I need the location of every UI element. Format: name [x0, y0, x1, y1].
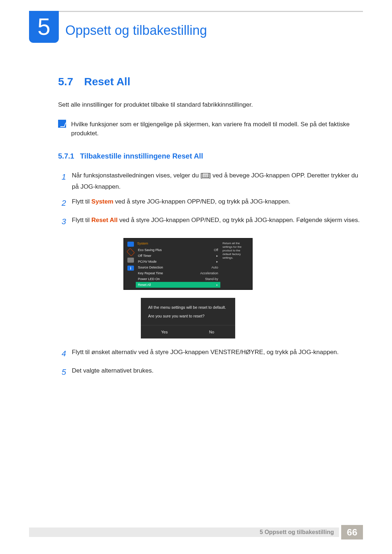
step-text: ved å styre JOG-knappen OPP/NED, og tryk…	[113, 198, 290, 205]
osd-nav-icons: i	[126, 240, 136, 288]
osd-row-value: ▸	[216, 283, 218, 287]
step-2: 2 Flytt til System ved å styre JOG-knapp…	[58, 196, 363, 211]
section-heading: 5.7 Reset All	[58, 75, 363, 88]
section-number: 5.7	[58, 75, 73, 88]
step-3: 3 Flytt til Reset All ved å styre JOG-kn…	[58, 214, 363, 229]
step-text: Flytt til	[72, 217, 91, 223]
chapter-title: Oppsett og tilbakestilling	[65, 12, 207, 38]
move-icon	[127, 248, 135, 256]
osd-menu-row: Power LED OnStand-by	[136, 276, 220, 282]
page-footer: 5 Oppsett og tilbakestilling 66	[29, 525, 363, 539]
info-icon: i	[127, 266, 134, 271]
dialog-yes-button[interactable]: Yes	[141, 325, 188, 339]
osd-caption: System	[136, 240, 220, 247]
subsection-number: 5.7.1	[58, 152, 74, 160]
subsection-title: Tilbakestille innstillingene Reset All	[80, 152, 203, 160]
osd-row-label: PC/AV Mode	[138, 260, 156, 263]
step-text: Når funksjonstastveiledningen vises, vel…	[72, 172, 202, 179]
osd-menu-row: PC/AV Mode▸	[136, 259, 220, 264]
section-title: Reset All	[84, 75, 130, 88]
step-number: 1	[58, 170, 66, 185]
step-4: 4 Flytt til ønsket alternativ ved å styr…	[58, 346, 363, 361]
osd-menu-row: Reset All▸	[136, 282, 220, 288]
menu-icon: ▯▯▯	[202, 173, 209, 178]
osd-screenshot: i System Eco Saving PlusOffOff Timer▸PC/…	[123, 238, 253, 290]
osd-row-label: Source Detection	[138, 266, 163, 269]
osd-row-value: Off	[214, 248, 218, 252]
osd-row-label: Reset All	[138, 283, 151, 287]
monitor-icon	[127, 242, 134, 247]
step-number: 5	[58, 365, 66, 380]
osd-menu-row: Source DetectionAuto	[136, 264, 220, 270]
step-text: Flytt til	[72, 198, 91, 205]
step-text: Det valgte alternativet brukes.	[72, 365, 363, 376]
confirm-dialog: All the menu settings will be reset to d…	[141, 298, 235, 339]
intro-text: Sett alle innstillinger for produktet ti…	[58, 100, 363, 110]
chapter-number-badge: 5	[29, 11, 59, 43]
step-5: 5 Det valgte alternativet brukes.	[58, 365, 363, 380]
step-text: Flytt til ønsket alternativ ved å styre …	[72, 346, 363, 358]
osd-row-value: ▸	[216, 260, 218, 263]
osd-row-value: Acceleration	[200, 271, 218, 275]
note-text: Hvilke funksjoner som er tilgjengelige p…	[71, 120, 363, 138]
page-number: 66	[341, 525, 363, 539]
strong-text: Reset All	[91, 217, 118, 223]
chapter-header: 5 Oppsett og tilbakestilling	[29, 11, 363, 43]
step-number: 3	[58, 214, 66, 229]
osd-help-text: Return all the settings for the product …	[220, 240, 250, 288]
dialog-text-1: All the menu settings will be reset to d…	[148, 304, 228, 311]
note-icon	[58, 120, 66, 128]
footer-label: 5 Oppsett og tilbakestilling	[260, 529, 334, 535]
osd-row-label: Power LED On	[138, 277, 160, 281]
step-number: 4	[58, 346, 66, 361]
step-text: ved å styre JOG-knappen OPP/NED, og tryk…	[118, 217, 360, 223]
step-1: 1 Når funksjonstastveiledningen vises, v…	[58, 170, 363, 193]
step-number: 2	[58, 196, 66, 211]
osd-row-value: ▸	[216, 254, 218, 258]
subsection-heading: 5.7.1 Tilbakestille innstillingene Reset…	[58, 152, 363, 160]
osd-row-label: Eco Saving Plus	[138, 248, 162, 252]
gear-icon	[127, 258, 134, 263]
strong-text: System	[91, 198, 113, 205]
osd-menu-row: Eco Saving PlusOff	[136, 247, 220, 253]
osd-row-value: Stand-by	[205, 277, 218, 281]
note-block: Hvilke funksjoner som er tilgjengelige p…	[58, 120, 363, 138]
osd-row-label: Off Timer	[138, 254, 151, 258]
dialog-no-button[interactable]: No	[188, 325, 235, 339]
osd-row-value: Auto	[211, 266, 218, 269]
osd-menu-row: Key Repeat TimeAcceleration	[136, 270, 220, 276]
osd-menu-row: Off Timer▸	[136, 253, 220, 259]
dialog-text-2: Are you sure you want to reset?	[148, 313, 228, 319]
osd-row-label: Key Repeat Time	[138, 271, 163, 275]
